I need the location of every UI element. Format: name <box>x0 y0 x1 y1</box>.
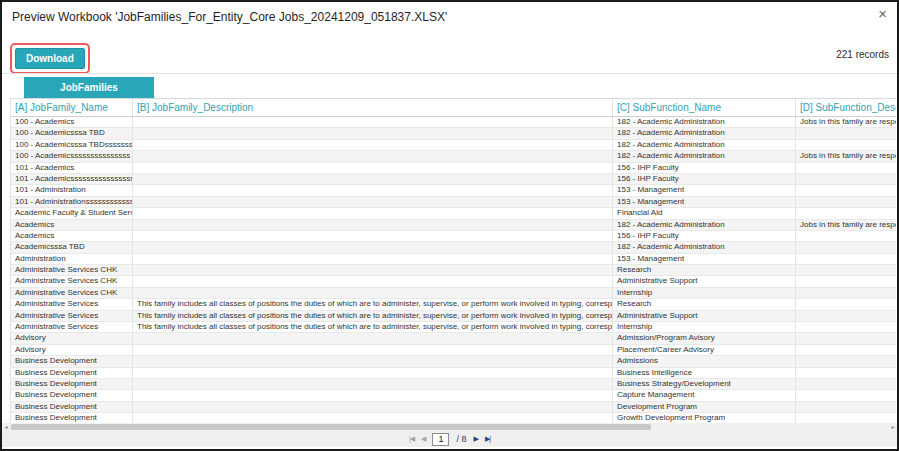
table-row: 100 - Academicsssa TBDssssssssss182 - Ac… <box>11 140 896 151</box>
table-row: Administrative Services CHKInternship <box>11 288 896 299</box>
close-icon[interactable]: × <box>878 7 887 21</box>
table-row: Business DevelopmentCapture Management <box>11 390 896 401</box>
table-cell: Business Development <box>11 413 133 423</box>
table-row: 100 - Academicsssssssssssssss182 - Acade… <box>11 151 896 162</box>
tab-jobfamilies[interactable]: JobFamilies <box>24 77 154 99</box>
table-cell: Financial Aid <box>613 208 796 218</box>
scroll-right-icon[interactable]: ▸ <box>889 423 897 431</box>
table-cell: 101 - Academicssssssssssssssss <box>11 174 133 184</box>
table-cell: Administration <box>11 254 133 264</box>
table-row: AdvisoryAdmission/Program Avisory <box>11 333 896 344</box>
table-cell <box>133 117 613 127</box>
table-cell: 100 - Academicsssa TBD <box>11 128 133 138</box>
table-cell <box>796 231 896 241</box>
total-pages-label: / 8 <box>456 434 466 444</box>
table-row: Academic Faculty & Student ServicesFinan… <box>11 208 896 219</box>
table-cell <box>796 276 896 286</box>
table-cell <box>133 402 613 412</box>
table-cell <box>133 390 613 400</box>
table-row: Administrative Services CHKResearch <box>11 265 896 276</box>
table-cell <box>133 276 613 286</box>
table-cell: 153 - Management <box>613 254 796 264</box>
table-cell: 101 - Administration <box>11 185 133 195</box>
table-cell: Jobs in this family are responsib <box>796 117 896 127</box>
table-cell: Development Program <box>613 402 796 412</box>
column-header-subfunction-name: [C] SubFunction_Name <box>613 99 796 116</box>
table-cell <box>796 356 896 366</box>
table-cell <box>796 288 896 298</box>
table-row: Administrative ServicesThis family inclu… <box>11 299 896 310</box>
table-cell <box>796 368 896 378</box>
table-cell: Administrative Services CHK <box>11 265 133 275</box>
horizontal-scrollbar-thumb[interactable] <box>11 424 651 430</box>
column-header-jobfamily-description: [B] JobFamily_Description <box>133 99 613 116</box>
scroll-left-icon[interactable]: ◂ <box>2 423 10 431</box>
table-cell: Capture Management <box>613 390 796 400</box>
records-count: 221 records <box>836 49 889 60</box>
table-row: Administrative ServicesThis family inclu… <box>11 311 896 322</box>
table-row: Academicsssa TBD182 - Academic Administr… <box>11 242 896 253</box>
table-cell: This family includes all classes of posi… <box>133 311 613 321</box>
table-cell <box>133 242 613 252</box>
pagination-bar: |◀ ◀ / 8 ▶ ▶| <box>2 431 897 447</box>
page-number-input[interactable] <box>432 433 449 446</box>
table-cell <box>796 333 896 343</box>
tab-strip: JobFamilies <box>2 73 897 99</box>
table-row: Academics182 - Academic AdministrationJo… <box>11 220 896 231</box>
table-cell <box>796 390 896 400</box>
table-header: [A] JobFamily_Name [B] JobFamily_Descrip… <box>11 99 896 117</box>
table-cell: Jobs in this family are responsib <box>796 151 896 161</box>
table-cell <box>133 128 613 138</box>
table-cell: Administrative Services <box>11 322 133 332</box>
table-cell <box>796 254 896 264</box>
table-cell: Advisory <box>11 333 133 343</box>
table-row: 101 - Administration153 - Management <box>11 185 896 196</box>
table-cell <box>133 140 613 150</box>
next-page-icon[interactable]: ▶ <box>474 433 478 445</box>
table-cell: 100 - Academicsssa TBDssssssssss <box>11 140 133 150</box>
table-cell: This family includes all classes of posi… <box>133 299 613 309</box>
table-cell <box>133 174 613 184</box>
table-cell <box>133 356 613 366</box>
table-cell: 153 - Management <box>613 197 796 207</box>
table-cell: 100 - Academicsssssssssssssss <box>11 151 133 161</box>
table-cell: 182 - Academic Administration <box>613 151 796 161</box>
table-cell: Administrative Services CHK <box>11 288 133 298</box>
table-row: 101 - Administrationsssssssssssss153 - M… <box>11 197 896 208</box>
table-cell <box>796 185 896 195</box>
table-cell <box>796 311 896 321</box>
download-button[interactable]: Download <box>15 48 85 69</box>
table-body: 100 - Academics182 - Academic Administra… <box>11 117 896 425</box>
table-cell: Administrative Services CHK <box>11 276 133 286</box>
table-cell: 182 - Academic Administration <box>613 242 796 252</box>
table-cell: Jobs in this family are responsib <box>796 220 896 230</box>
table-row: Academics156 - IHP Faculty <box>11 231 896 242</box>
table-cell <box>796 197 896 207</box>
table-cell: Admission/Program Avisory <box>613 333 796 343</box>
table-row: Administration153 - Management <box>11 254 896 265</box>
table-cell: Business Intelligence <box>613 368 796 378</box>
table-cell <box>133 151 613 161</box>
table-cell: Business Development <box>11 368 133 378</box>
first-page-icon[interactable]: |◀ <box>409 433 414 445</box>
table-row: Business DevelopmentAdmissions <box>11 356 896 367</box>
table-cell: Advisory <box>11 345 133 355</box>
table-cell <box>133 231 613 241</box>
table-cell: Business Development <box>11 390 133 400</box>
table-cell <box>796 128 896 138</box>
last-page-icon[interactable]: ▶| <box>485 433 490 445</box>
table-cell <box>133 345 613 355</box>
table-row: 100 - Academics182 - Academic Administra… <box>11 117 896 128</box>
table-row: 101 - Academicssssssssssssssss156 - IHP … <box>11 174 896 185</box>
table-cell <box>796 299 896 309</box>
table-cell <box>133 379 613 389</box>
previous-page-icon[interactable]: ◀ <box>421 433 425 445</box>
horizontal-scrollbar[interactable]: ◂ ▸ <box>2 423 897 431</box>
table-cell: Growth Development Program <box>613 413 796 423</box>
table-cell: Placement/Career Advisory <box>613 345 796 355</box>
table-cell: Internship <box>613 288 796 298</box>
table-cell <box>796 242 896 252</box>
table-cell <box>796 322 896 332</box>
table-cell: Administrative Support <box>613 311 796 321</box>
table-cell: 182 - Academic Administration <box>613 117 796 127</box>
